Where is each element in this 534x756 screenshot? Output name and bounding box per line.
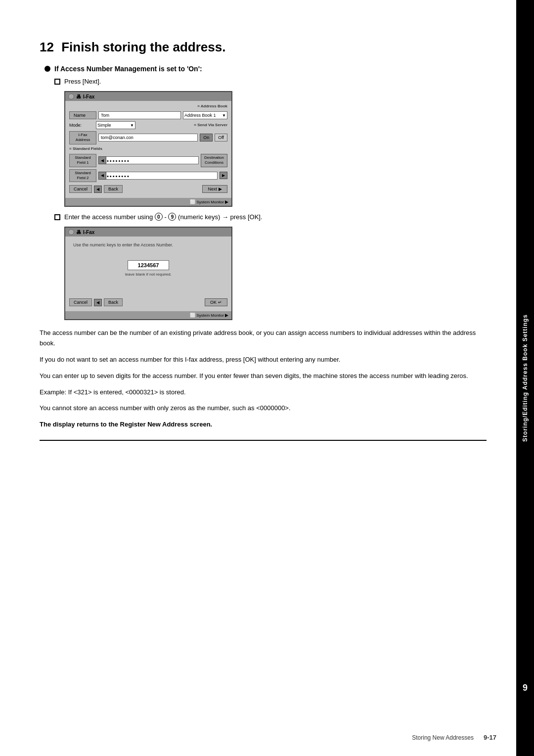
body-para-1: The access number can be the number of a… xyxy=(40,328,487,349)
dest-conditions-btn[interactable]: DestinationConditions xyxy=(201,154,227,167)
right-tab: Storing/Editing Address Book Settings 9 xyxy=(516,0,534,756)
body-para-3: You can enter up to seven digits for the… xyxy=(40,371,487,381)
screen1-addressbook-select[interactable]: Address Book 1 ▼ xyxy=(183,111,227,119)
body-para-5: You cannot store an access number with o… xyxy=(40,403,487,414)
screen1-footer: ⬜ System Monitor ▶ xyxy=(65,198,231,206)
screen1-mode-label: Mode: xyxy=(69,123,94,128)
screen1-name-input[interactable]: Tom xyxy=(98,111,181,119)
screen2-back-arrow[interactable]: ◀ xyxy=(94,299,102,306)
checkbox-icon-1 xyxy=(54,79,60,85)
stdf2-dots: •••••••• xyxy=(107,173,130,179)
section-title-text: Finish storing the address. xyxy=(61,40,225,54)
right-tab-label: Storing/Editing Address Book Settings xyxy=(522,314,529,442)
screen1-off-toggle[interactable]: Off xyxy=(215,134,227,142)
footer-left-text: Storing New Addresses xyxy=(412,734,474,741)
footer-separator xyxy=(40,440,487,441)
screen1-next-label: Next xyxy=(208,187,217,191)
screen2-ok-btn[interactable]: OK ↵ xyxy=(205,298,227,306)
numeric-key-9-icon: 9 xyxy=(168,213,176,221)
screen1-stdf1-arrow[interactable]: ◀ xyxy=(98,156,106,164)
screen1-mode-select[interactable]: Simple ▼ xyxy=(96,121,135,129)
screen2-body: Use the numeric keys to enter the Access… xyxy=(65,236,231,311)
screen1-back-arrow[interactable]: ◀ xyxy=(94,186,102,193)
screen1-stdf1-btn[interactable]: StandardField 1 xyxy=(69,154,96,167)
section-header: 12 Finish storing the address. xyxy=(40,40,487,55)
screen2-back-btn[interactable]: Back xyxy=(104,298,123,306)
leave-blank-text: leave blank if not required. xyxy=(125,272,172,277)
screen1-name-btn[interactable]: Name xyxy=(69,111,96,119)
screen2-center: 1234567 leave blank if not required. xyxy=(69,250,227,282)
screen1-title: 🖷 xyxy=(76,94,81,99)
main-content: 12 Finish storing the address. If Access… xyxy=(0,0,516,756)
footer: Storing New Addresses 9-17 xyxy=(30,734,496,741)
screen1-dropdown-arrow: ▼ xyxy=(222,113,226,118)
screen1-stdf2-input[interactable]: •••••••• xyxy=(98,172,218,180)
screen1-cancel-btn[interactable]: Cancel xyxy=(69,185,92,193)
bullet-icon xyxy=(44,66,50,72)
screen1-back-btn[interactable]: Back xyxy=(104,185,123,193)
screen1-mockup: 🖷 I-Fax = Address Book Name Tom Address … xyxy=(64,91,232,207)
screen2-title-icon: 🖷 xyxy=(76,230,81,235)
access-number-display: 1234567 xyxy=(128,260,170,270)
screen2-ok-label: OK xyxy=(210,300,217,305)
body-para-4: Example: If <321> is entered, <0000321> … xyxy=(40,387,487,398)
screen2-system-monitor-icon: ⬜ xyxy=(190,313,195,318)
screen2-buttons-row: Cancel ◀ Back OK ↵ xyxy=(69,298,227,306)
screen1-mode-arrow: ▼ xyxy=(130,123,134,128)
body-para-2: If you do not want to set an access numb… xyxy=(40,355,487,365)
screen1-addressbook-value: Address Book 1 xyxy=(184,113,216,118)
screen2-icon xyxy=(68,229,74,235)
subsection-access: If Access Number Management is set to 'O… xyxy=(44,65,487,320)
step1-text: Press [Next]. xyxy=(64,78,101,85)
screen1-stdf1-row: StandardField 1 ◀ •••••••• DestinationCo… xyxy=(69,154,227,167)
screen1-stdf2-right-arrow[interactable]: ▶ xyxy=(220,172,227,179)
screen2-sysmon-arrow: ▶ xyxy=(225,313,228,318)
page-number-badge: 9 xyxy=(516,679,534,697)
screen1-title-text: I-Fax xyxy=(83,94,94,99)
step2-text-post: (numeric keys) → press [OK]. xyxy=(178,213,262,221)
screen1-addressbook-row: = Address Book xyxy=(69,104,227,109)
body-para-bold: The display returns to the Register New … xyxy=(40,420,487,430)
screen1-next-arrow: ▶ xyxy=(219,187,222,191)
screen1-name-row: Name Tom Address Book 1 ▼ xyxy=(69,111,227,119)
screen1-stdf1-input[interactable]: •••••••• xyxy=(98,156,199,164)
std-fields-label: = Standard Fields xyxy=(69,146,102,151)
screen2-title-text: I-Fax xyxy=(83,230,94,235)
screen2-info: Use the numeric keys to enter the Access… xyxy=(69,239,227,250)
address-book-label: = Address Book xyxy=(197,104,227,108)
step2-item: Enter the access number using 0 - 9 (num… xyxy=(54,213,487,221)
screen1-ifax-btn[interactable]: I-FaxAddress xyxy=(69,131,96,144)
screen1-sysmon-arrow: ▶ xyxy=(225,199,228,204)
bullet-heading: If Access Number Management is set to 'O… xyxy=(44,65,487,73)
screen1-stdf2-row: StandardField 2 ◀ •••••••• ▶ xyxy=(69,169,227,183)
step2-dash: - xyxy=(164,213,166,221)
screen2-mockup: 🖷 I-Fax Use the numeric keys to enter th… xyxy=(64,227,232,320)
screen1-next-btn[interactable]: Next ▶ xyxy=(202,185,227,193)
screen1-mode-value: Simple xyxy=(97,123,111,128)
checkbox-icon-2 xyxy=(54,214,60,220)
section-title: 12 Finish storing the address. xyxy=(40,40,487,55)
screen2-sysmon-text: System Monitor xyxy=(196,313,224,318)
screen2-ok-arrow: ↵ xyxy=(218,300,222,305)
step1-item: Press [Next]. xyxy=(54,78,487,85)
screen2-cancel-btn[interactable]: Cancel xyxy=(69,298,92,306)
screen1-on-toggle[interactable]: On xyxy=(200,134,213,142)
screen1-stdf2-arrow[interactable]: ◀ xyxy=(98,172,106,180)
screen2-titlebar: 🖷 I-Fax xyxy=(65,228,231,236)
screen1-ifax-row: I-FaxAddress tom@conan.con On Off xyxy=(69,131,227,144)
send-via-server-label: = Send Via Server xyxy=(194,123,227,127)
stdf1-dots: •••••••• xyxy=(107,158,130,164)
numeric-key-0-icon: 0 xyxy=(155,213,163,221)
screen1-body: = Address Book Name Tom Address Book 1 ▼… xyxy=(65,101,231,198)
screen1-icon xyxy=(68,94,74,99)
screen1-stdf2-btn[interactable]: StandardField 2 xyxy=(69,169,96,183)
screen1-stdfields-row: = Standard Fields xyxy=(69,146,227,152)
screen1-ifax-input[interactable]: tom@conan.con xyxy=(98,134,198,142)
section-number: 12 xyxy=(40,40,54,54)
bullet-heading-text: If Access Number Management is set to 'O… xyxy=(54,65,202,73)
step2-text-pre: Enter the access number using xyxy=(64,213,153,221)
screen1-mode-row: Mode: Simple ▼ = Send Via Server xyxy=(69,121,227,129)
screen1-sysmon-text: System Monitor xyxy=(196,200,224,204)
screen1-titlebar: 🖷 I-Fax xyxy=(65,92,231,101)
screen1-buttons-row: Cancel ◀ Back Next ▶ xyxy=(69,185,227,193)
